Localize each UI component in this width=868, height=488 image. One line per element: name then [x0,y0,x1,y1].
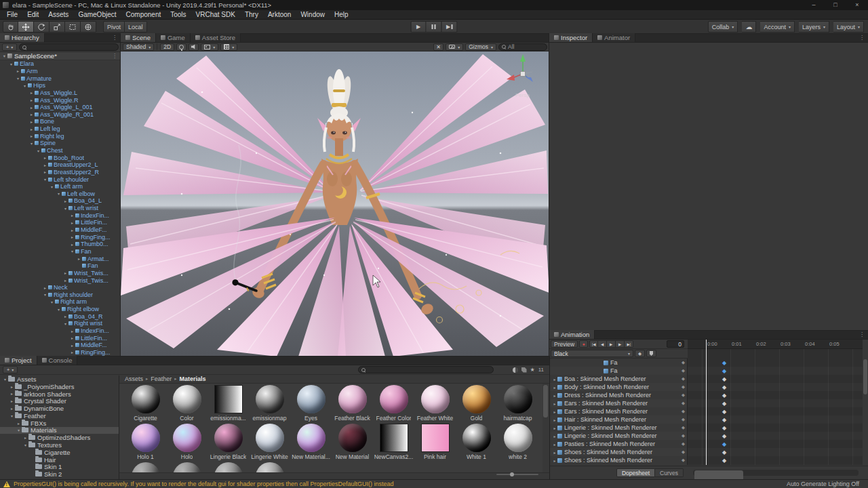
playhead[interactable] [706,340,707,465]
hierarchy-item[interactable]: ▾Right elbow [0,306,121,313]
search-by-type-icon[interactable] [513,367,518,373]
minimize-button[interactable]: – [803,0,825,10]
add-key-icon[interactable]: ◆ [682,368,685,373]
foldout-arrow-icon[interactable]: ▾ [2,377,8,382]
keyframe-icon[interactable]: ◆ [722,376,726,382]
panel-menu-icon[interactable]: ⋮ [108,33,121,42]
foldout-arrow-icon[interactable]: ▸ [28,90,35,95]
local-toggle-button[interactable]: Local [125,21,147,33]
hierarchy-item[interactable]: ▸Boa_04_R [0,312,121,320]
panel-menu-icon[interactable]: ⋮ [856,33,868,42]
maximize-button[interactable]: □ [825,0,846,10]
project-folder-item[interactable]: ▸FBXs [0,420,119,427]
hierarchy-item[interactable]: ▸Wrist_Twis... [0,270,121,277]
add-key-icon[interactable]: ◆ [682,401,685,406]
effects-dropdown[interactable]: ▾ [201,43,218,51]
hidden-count[interactable]: 11 [538,367,544,373]
foldout-arrow-icon[interactable]: ▾ [22,443,28,447]
hierarchy-item[interactable]: ▸Wrist_Twis... [0,277,121,284]
hierarchy-item[interactable]: ▾Right shoulder [0,291,121,299]
material-item[interactable]: Gold [456,385,497,424]
hierarchy-item[interactable]: ▸Boob_Root [0,154,121,161]
add-key-icon[interactable]: ◆ [682,376,685,382]
hierarchy-item[interactable]: ▾Elara [0,60,121,68]
hierarchy-item[interactable]: ▸Armat... [0,255,121,262]
foldout-arrow-icon[interactable]: ▸ [69,343,75,348]
material-item[interactable] [249,462,290,472]
animation-property-row[interactable]: ▸Ears : Skinned Mesh Renderer◆ [549,407,687,415]
hierarchy-item[interactable]: ▸Ass_Wiggle.L [0,89,121,97]
add-key-icon[interactable]: ◆ [682,384,685,390]
pause-button[interactable] [427,21,442,33]
foldout-arrow-icon[interactable]: ▸ [28,98,35,102]
animation-property-row[interactable]: ▸Lingerie : Skinned Mesh Renderer◆ [549,424,687,432]
transform-tool-button[interactable] [81,21,96,33]
curves-tab[interactable]: Curves [655,468,684,477]
foldout-arrow-icon[interactable]: ▾ [22,83,28,88]
add-key-icon[interactable]: ◆ [682,425,685,430]
hierarchy-item[interactable]: ▸MiddleF... [0,342,121,349]
foldout-arrow-icon[interactable]: ▾ [8,62,14,66]
tab-project[interactable]: Project [0,356,37,365]
tab-asset-store[interactable]: Asset Store [191,33,241,42]
hierarchy-item[interactable]: ▸BreastUpper2_L [0,161,121,169]
menu-edit[interactable]: Edit [22,10,43,20]
keyframe-icon[interactable]: ◆ [722,368,726,374]
menu-thry[interactable]: Thry [240,10,263,20]
layers-dropdown[interactable]: Layers▾ [799,21,829,33]
foldout-arrow-icon[interactable]: ▸ [28,112,35,117]
material-item[interactable]: emissionmap [249,385,290,424]
tab-animation[interactable]: Animation [549,330,595,339]
animation-property-row[interactable]: ▸Hair : Skinned Mesh Renderer◆ [549,415,687,424]
menu-tools[interactable]: Tools [165,10,191,20]
project-folder-item[interactable]: ▸DynamicBone [0,405,119,412]
foldout-arrow-icon[interactable]: ▾ [16,428,22,432]
add-key-icon[interactable]: ◆ [682,392,685,398]
play-button[interactable]: ▶ [411,21,427,33]
material-item[interactable]: Feather Black [332,385,373,424]
material-item[interactable]: Pink hair [414,424,456,462]
foldout-arrow-icon[interactable]: ▸ [552,434,557,439]
foldout-arrow-icon[interactable]: ▾ [56,307,62,312]
keyframe-icon[interactable]: ◆ [722,458,726,464]
animation-property-row[interactable]: ▸Body : Skinned Mesh Renderer◆ [549,383,687,391]
clip-dropdown[interactable]: Black▾ [551,350,633,357]
foldout-arrow-icon[interactable]: ▸ [76,256,82,261]
hierarchy-item[interactable]: Fan [0,262,121,270]
foldout-arrow-icon[interactable]: ▸ [62,278,68,283]
project-folder-item[interactable]: Skin 1 [0,464,119,471]
foldout-arrow-icon[interactable]: ▸ [69,213,75,218]
hierarchy-item[interactable]: ▸Left leg [0,125,121,133]
hierarchy-item[interactable]: ▾Right arm [0,298,121,306]
material-item[interactable] [208,462,249,472]
animation-property-row[interactable]: ▸Pasties : Skinned Mesh Renderer◆ [549,440,687,448]
hierarchy-item[interactable]: ▸Boa_04_L [0,197,121,205]
material-item[interactable]: white 2 [497,424,538,462]
hand-tool-button[interactable] [3,21,18,33]
hierarchy-item[interactable]: ▸Ass_Wiggle.R [0,96,121,104]
collab-button[interactable]: Collab▾ [708,21,738,33]
foldout-arrow-icon[interactable]: ▸ [42,169,48,174]
tab-animator[interactable]: Animator [593,33,635,42]
menu-assets[interactable]: Assets [43,10,73,20]
hierarchy-item[interactable]: ▾Right wrist [0,320,121,327]
material-item[interactable]: Feather White [414,385,456,424]
close-button[interactable]: × [846,0,868,10]
project-folder-item[interactable]: ▾Textures [0,441,119,449]
material-item[interactable]: NewCanvas2... [373,424,414,462]
material-item[interactable]: hairmatcap [497,385,538,424]
breadcrumb-item[interactable]: Feather [151,375,172,382]
hierarchy-search-input[interactable] [19,43,119,51]
keyframe-icon[interactable]: ◆ [722,401,726,407]
foldout-arrow-icon[interactable]: ▾ [28,141,35,146]
step-button[interactable]: ▶ [442,21,458,33]
add-event-button[interactable] [646,350,656,357]
material-item[interactable]: New Material... [290,424,332,462]
toggle-2d-button[interactable]: 2D [160,43,174,51]
hierarchy-item[interactable]: ▸RingFing... [0,233,121,241]
hierarchy-item[interactable]: ▸Ass_Wiggle_L_001 [0,104,121,111]
keyframe-icon[interactable]: ◆ [722,433,726,439]
tab-hierarchy[interactable]: Hierarchy [0,33,45,42]
menu-vrchat-sdk[interactable]: VRChat SDK [191,10,240,20]
foldout-arrow-icon[interactable]: ▾ [42,177,48,182]
